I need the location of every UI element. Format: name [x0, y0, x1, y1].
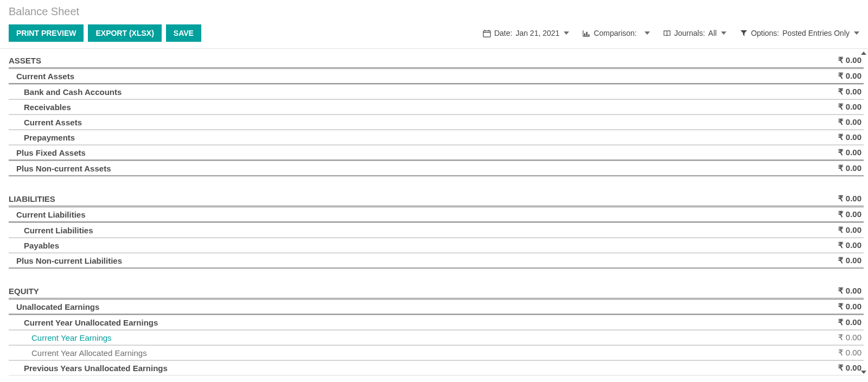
- row-label: Current Year Unallocated Earnings: [9, 318, 158, 327]
- row-label: Current Liabilities: [9, 210, 86, 219]
- row-label: Bank and Cash Accounts: [9, 87, 122, 97]
- report-row-cy-alloc-earnings[interactable]: Current Year Allocated Earnings₹ 0.00: [9, 345, 864, 360]
- row-label: Current Assets: [9, 72, 74, 81]
- svg-rect-7: [586, 31, 588, 36]
- report-row-plus-noncurrent-liab[interactable]: Plus Non-current Liabilities₹ 0.00: [9, 253, 864, 269]
- filter-journals-value: All: [709, 29, 717, 37]
- report-row-assets[interactable]: ASSETS₹ 0.00: [9, 53, 864, 69]
- row-label: Prepayments: [9, 133, 75, 142]
- report-row-cy-earnings[interactable]: Current Year Earnings₹ 0.00: [9, 330, 864, 345]
- filter-comparison[interactable]: Comparison:: [582, 29, 649, 37]
- row-value: ₹ 0.00: [824, 317, 861, 327]
- row-value: ₹ 0.00: [824, 333, 861, 342]
- toolbar: PRINT PREVIEW EXPORT (XLSX) SAVE Date: J…: [0, 20, 868, 49]
- report-row-unallocated-earnings[interactable]: Unallocated Earnings₹ 0.00: [9, 300, 864, 315]
- row-label: ASSETS: [9, 56, 41, 65]
- filter-options-label: Options:: [751, 29, 779, 37]
- report-row-payables[interactable]: Payables₹ 0.00: [9, 238, 864, 253]
- row-value: ₹ 0.00: [824, 55, 861, 65]
- report-row-cy-unalloc-earnings[interactable]: Current Year Unallocated Earnings₹ 0.00: [9, 315, 864, 330]
- row-label: Current Year Allocated Earnings: [9, 348, 147, 358]
- report-row-plus-noncurrent-assets[interactable]: Plus Non-current Assets₹ 0.00: [9, 161, 864, 176]
- filter-options[interactable]: Options: Posted Entries Only: [739, 29, 859, 37]
- svg-rect-8: [589, 34, 590, 36]
- report-row-prev-unalloc-earnings[interactable]: Previous Years Unallocated Earnings₹ 0.0…: [9, 360, 864, 375]
- row-value: ₹ 0.00: [824, 148, 861, 157]
- report-row-current-assets-2[interactable]: Current Assets₹ 0.00: [9, 114, 864, 130]
- svg-rect-0: [483, 30, 490, 36]
- row-label: Current Assets: [9, 118, 82, 127]
- bar-chart-icon: [582, 29, 590, 37]
- report-row-current-liabilities-2[interactable]: Current Liabilities₹ 0.00: [9, 222, 864, 238]
- report-row-equity[interactable]: EQUITY₹ 0.00: [9, 284, 864, 300]
- report-body[interactable]: ASSETS₹ 0.00Current Assets₹ 0.00Bank and…: [0, 49, 868, 377]
- report-row-prepayments[interactable]: Prepayments₹ 0.00: [9, 130, 864, 145]
- row-value: ₹ 0.00: [824, 209, 861, 219]
- filter-date-label: Date:: [494, 29, 512, 37]
- row-value: ₹ 0.00: [824, 87, 861, 97]
- row-value: ₹ 0.00: [824, 71, 861, 81]
- report-row-bank-cash[interactable]: Bank and Cash Accounts₹ 0.00: [9, 84, 864, 99]
- calendar-icon: [483, 29, 491, 37]
- row-label: Plus Fixed Assets: [9, 148, 86, 157]
- export-xlsx-button[interactable]: EXPORT (XLSX): [88, 24, 161, 42]
- report-row-plus-fixed-assets[interactable]: Plus Fixed Assets₹ 0.00: [9, 145, 864, 161]
- row-value: ₹ 0.00: [824, 363, 861, 373]
- row-value: ₹ 0.00: [824, 117, 861, 127]
- caret-down-icon: [644, 30, 650, 36]
- filter-date[interactable]: Date: Jan 21, 2021: [483, 29, 569, 37]
- row-label: Payables: [9, 241, 59, 250]
- row-label: Plus Non-current Liabilities: [9, 256, 122, 265]
- report-row-current-assets[interactable]: Current Assets₹ 0.00: [9, 69, 864, 84]
- row-value: ₹ 0.00: [824, 194, 861, 203]
- filter-date-value: Jan 21, 2021: [515, 29, 559, 37]
- report-row-liabilities[interactable]: LIABILITIES₹ 0.00: [9, 192, 864, 207]
- row-value: ₹ 0.00: [824, 302, 861, 311]
- row-value: ₹ 0.00: [824, 348, 861, 358]
- svg-rect-6: [584, 33, 585, 36]
- row-value: ₹ 0.00: [824, 286, 861, 296]
- row-label: Current Liabilities: [9, 226, 93, 235]
- caret-down-icon: [564, 30, 569, 36]
- page-title: Balance Sheet: [0, 0, 868, 20]
- filter-journals-label: Journals:: [674, 29, 705, 37]
- row-label: Previous Years Unallocated Earnings: [9, 364, 168, 373]
- filter-journals[interactable]: Journals: All: [663, 29, 726, 37]
- row-value: ₹ 0.00: [824, 225, 861, 235]
- report-row-receivables[interactable]: Receivables₹ 0.00: [9, 99, 864, 114]
- book-icon: [663, 29, 671, 37]
- save-button[interactable]: SAVE: [166, 24, 201, 42]
- print-preview-button[interactable]: PRINT PREVIEW: [9, 24, 84, 42]
- row-label: EQUITY: [9, 286, 39, 296]
- row-label: Receivables: [9, 103, 71, 112]
- row-label: Plus Non-current Assets: [9, 164, 111, 173]
- row-value: ₹ 0.00: [824, 240, 861, 250]
- row-label: Current Year Earnings: [9, 333, 112, 342]
- filter-bar: Date: Jan 21, 2021 Comparison: Journals:…: [483, 29, 859, 37]
- filter-comparison-label: Comparison:: [593, 29, 636, 37]
- filter-icon: [739, 29, 748, 37]
- row-value: ₹ 0.00: [824, 163, 861, 173]
- row-value: ₹ 0.00: [824, 102, 861, 112]
- caret-down-icon: [854, 30, 859, 36]
- caret-down-icon: [721, 30, 726, 36]
- filter-options-value: Posted Entries Only: [782, 29, 850, 37]
- row-value: ₹ 0.00: [824, 132, 861, 142]
- row-label: LIABILITIES: [9, 194, 55, 203]
- report-row-current-liabilities-1[interactable]: Current Liabilities₹ 0.00: [9, 207, 864, 222]
- row-label: Unallocated Earnings: [9, 302, 99, 311]
- row-value: ₹ 0.00: [824, 256, 861, 265]
